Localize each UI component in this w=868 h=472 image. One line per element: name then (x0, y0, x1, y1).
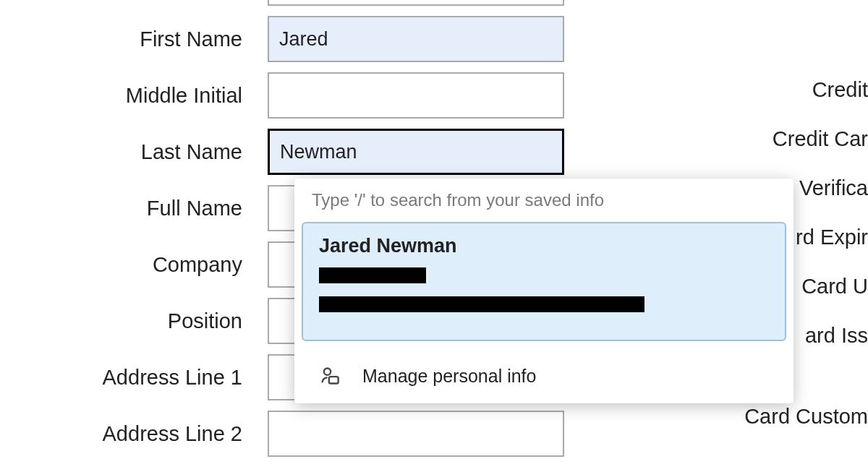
autofill-hint: Type '/' to search from your saved info (294, 179, 793, 222)
label-full-name: Full Name (0, 197, 268, 220)
label-last-name: Last Name (0, 140, 268, 164)
label-middle-initial: Middle Initial (0, 84, 268, 108)
row-middle-initial: Middle Initial (0, 72, 564, 119)
label-position: Position (0, 309, 268, 333)
row-last-name: Last Name (0, 129, 564, 175)
autofill-suggestion-card[interactable]: Jared Newman (302, 222, 786, 341)
label-credit: Credit (773, 78, 868, 102)
manage-personal-info-label: Manage personal info (362, 366, 536, 387)
row-first-name: First Name (0, 16, 564, 62)
input-partial-top[interactable] (268, 0, 564, 6)
label-card-custom: Card Custom (744, 405, 868, 429)
autofill-popup: Type '/' to search from your saved info … (294, 179, 793, 403)
label-credit-car: Credit Car (773, 127, 868, 151)
input-last-name[interactable] (268, 129, 564, 175)
row-address-2: Address Line 2 (0, 411, 564, 457)
person-card-icon (319, 364, 341, 387)
input-middle-initial[interactable] (268, 72, 564, 119)
input-address-2[interactable] (268, 411, 564, 457)
autofill-suggestion-name: Jared Newman (319, 235, 769, 257)
redacted-line-1 (319, 267, 426, 283)
label-first-name: First Name (0, 27, 268, 51)
row-partial-top (0, 0, 564, 6)
input-first-name[interactable] (268, 16, 564, 62)
label-address-2: Address Line 2 (0, 422, 268, 446)
label-address-1: Address Line 1 (0, 366, 268, 390)
manage-personal-info-button[interactable]: Manage personal info (294, 351, 793, 403)
label-company: Company (0, 253, 268, 277)
svg-point-0 (324, 369, 331, 375)
redacted-line-2 (319, 296, 644, 312)
svg-rect-1 (329, 377, 339, 383)
